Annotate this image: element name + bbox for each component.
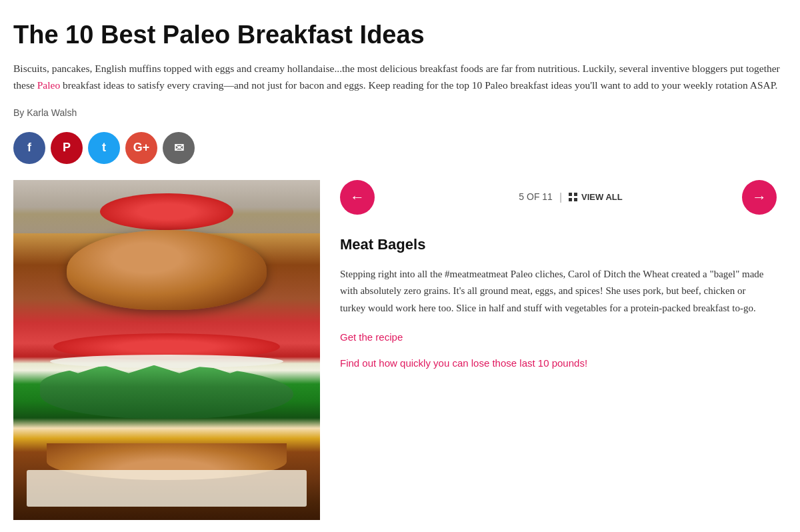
content-row: ← 5 OF 11 | VIEW ALL → Meat Bagels Stepp…	[13, 180, 787, 520]
image-onion	[50, 355, 283, 368]
slide-description: Stepping right into all the #meatmeatmea…	[340, 266, 767, 317]
article-image	[13, 180, 320, 520]
slide-title: Meat Bagels	[340, 233, 767, 255]
slideshow-nav: ← 5 OF 11 | VIEW ALL →	[340, 180, 767, 215]
image-tomato-top	[100, 193, 233, 230]
view-all-link[interactable]: VIEW ALL	[569, 191, 623, 204]
googleplus-share-button[interactable]: G+	[125, 132, 157, 164]
article-intro: Biscuits, pancakes, English muffins topp…	[13, 60, 787, 94]
promo-link[interactable]: Find out how quickly you can lose those …	[340, 356, 767, 371]
page-wrapper: The 10 Best Paleo Breakfast Ideas Biscui…	[0, 0, 800, 532]
intro-text-part2: breakfast ideas to satisfy every craving…	[60, 79, 777, 91]
get-recipe-link[interactable]: Get the recipe	[340, 330, 767, 345]
paleo-link[interactable]: Paleo	[37, 79, 60, 91]
grid-icon	[569, 193, 578, 202]
next-slide-button[interactable]: →	[742, 180, 777, 215]
social-bar: f P t G+ ✉	[13, 132, 787, 164]
article-title: The 10 Best Paleo Breakfast Ideas	[13, 20, 787, 51]
image-background	[13, 180, 320, 520]
image-paper	[27, 470, 307, 507]
facebook-share-button[interactable]: f	[13, 132, 45, 164]
twitter-share-button[interactable]: t	[88, 132, 120, 164]
image-meat-bun	[67, 230, 267, 310]
email-share-button[interactable]: ✉	[163, 132, 195, 164]
prev-slide-button[interactable]: ←	[340, 180, 375, 215]
slide-counter: 5 OF 11 | VIEW ALL	[375, 189, 767, 205]
slideshow-panel: ← 5 OF 11 | VIEW ALL → Meat Bagels Stepp…	[320, 180, 787, 371]
view-all-label: VIEW ALL	[581, 191, 623, 204]
byline: By Karla Walsh	[13, 106, 787, 120]
image-lettuce	[40, 365, 293, 419]
pinterest-share-button[interactable]: P	[51, 132, 83, 164]
counter-divider: |	[559, 189, 562, 205]
counter-text: 5 OF 11	[519, 190, 553, 204]
